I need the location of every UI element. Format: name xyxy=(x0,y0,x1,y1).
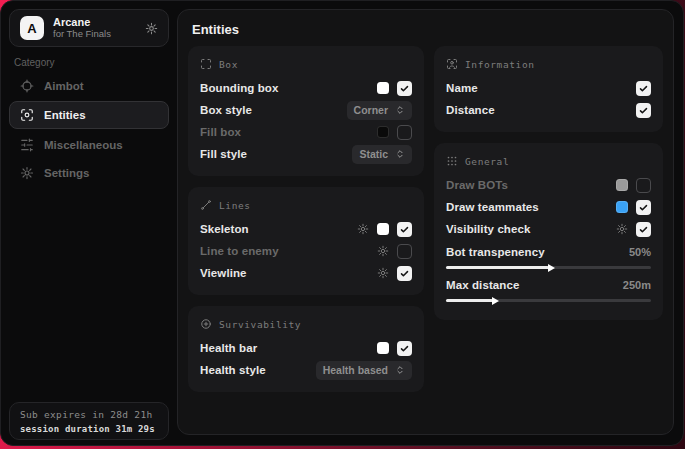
gear-icon xyxy=(20,166,34,180)
checkbox[interactable] xyxy=(397,244,412,259)
sidebar-item-label: Aimbot xyxy=(44,80,84,92)
slider-track[interactable] xyxy=(446,299,651,302)
dots-grid-icon xyxy=(446,155,458,167)
card-title: Survivability xyxy=(219,319,301,330)
checkbox[interactable] xyxy=(636,222,651,237)
row-label: Distance xyxy=(446,104,636,116)
gear-icon[interactable] xyxy=(377,267,389,279)
right-column: InformationNameDistanceGeneralDraw BOTsD… xyxy=(434,46,663,392)
color-swatch[interactable] xyxy=(616,201,628,213)
checkbox[interactable] xyxy=(397,222,412,237)
card-survivability: SurvivabilityHealth barHealth styleHealt… xyxy=(188,306,424,392)
select-row: Health styleHealth based xyxy=(200,359,412,381)
checkbox[interactable] xyxy=(397,341,412,356)
row-label: Fill style xyxy=(200,148,352,160)
select-value: Corner xyxy=(354,104,388,116)
health-cross-icon xyxy=(200,318,212,330)
app-window: A Arcane for The Finals Category AimbotE… xyxy=(0,0,684,446)
card-title: Box xyxy=(219,59,238,70)
sidebar-item-aimbot[interactable]: Aimbot xyxy=(9,73,169,98)
slider-value: 250m xyxy=(623,279,651,291)
chevrons-up-down-icon xyxy=(395,149,405,159)
sidebar-item-settings[interactable]: Settings xyxy=(9,160,169,185)
slider-fill xyxy=(446,266,549,269)
app-subtitle: for The Finals xyxy=(53,29,111,40)
chevrons-up-down-icon xyxy=(395,365,405,375)
row-controls xyxy=(377,244,412,259)
gear-icon[interactable] xyxy=(145,22,158,35)
row-label: Viewline xyxy=(200,267,377,279)
sidebar-nav: AimbotEntitiesMiscellaneousSettings xyxy=(9,73,169,185)
card-header: General xyxy=(446,153,651,169)
row-controls: Corner xyxy=(347,101,412,120)
checkbox[interactable] xyxy=(636,200,651,215)
gear-icon[interactable] xyxy=(377,245,389,257)
row-controls: Static xyxy=(352,145,412,164)
row-controls xyxy=(377,125,412,140)
card-title: General xyxy=(465,156,509,167)
row-label: Line to enemy xyxy=(200,245,377,257)
subscription-card: Sub expires in 28d 21h session duration … xyxy=(9,402,169,440)
card-header: Survivability xyxy=(200,316,412,332)
diagonal-line-icon xyxy=(200,199,212,211)
color-swatch[interactable] xyxy=(377,342,389,354)
slider-fill xyxy=(446,299,493,302)
gear-icon[interactable] xyxy=(616,223,628,235)
slider-thumb[interactable] xyxy=(548,264,555,272)
main-panel: Entities BoxBounding boxBox styleCornerF… xyxy=(177,9,674,435)
color-swatch[interactable] xyxy=(377,223,389,235)
toggle-row: Skeleton xyxy=(200,218,412,240)
slider-row: Max distance250m xyxy=(446,276,651,302)
row-label: Max distance xyxy=(446,279,623,291)
color-swatch[interactable] xyxy=(377,82,389,94)
row-label: Fill box xyxy=(200,126,377,138)
row-controls xyxy=(377,266,412,281)
select-value: Health based xyxy=(323,364,388,376)
select-button[interactable]: Health based xyxy=(316,361,412,380)
sidebar: A Arcane for The Finals Category AimbotE… xyxy=(1,1,177,445)
left-column: BoxBounding boxBox styleCornerFill boxFi… xyxy=(188,46,424,392)
slider-track[interactable] xyxy=(446,266,651,269)
card-title: Information xyxy=(465,59,535,70)
card-information: InformationNameDistance xyxy=(434,46,663,132)
checkbox[interactable] xyxy=(636,81,651,96)
toggle-row: Visibility check xyxy=(446,218,651,240)
session-duration-text: session duration 31m 29s xyxy=(20,422,158,436)
row-controls xyxy=(616,178,651,193)
slider-row: Bot transpenency50% xyxy=(446,243,651,269)
row-controls xyxy=(636,81,651,96)
card-title: Lines xyxy=(219,200,251,211)
color-swatch[interactable] xyxy=(377,126,389,138)
sidebar-item-miscellaneous[interactable]: Miscellaneous xyxy=(9,132,169,157)
toggle-row: Draw teammates xyxy=(446,196,651,218)
select-button[interactable]: Static xyxy=(352,145,412,164)
slider-thumb[interactable] xyxy=(492,297,499,305)
checkbox[interactable] xyxy=(397,125,412,140)
box-brackets-icon xyxy=(200,58,212,70)
card-box: BoxBounding boxBox styleCornerFill boxFi… xyxy=(188,46,424,176)
row-label: Draw BOTs xyxy=(446,179,616,191)
select-button[interactable]: Corner xyxy=(347,101,412,120)
row-label: Health style xyxy=(200,364,316,376)
row-controls: Health based xyxy=(316,361,412,380)
gear-icon[interactable] xyxy=(357,223,369,235)
card-lines: LinesSkeletonLine to enemyViewline xyxy=(188,187,424,295)
app-title: Arcane xyxy=(53,16,111,29)
category-label: Category xyxy=(14,57,55,68)
select-row: Fill styleStatic xyxy=(200,143,412,165)
checkbox[interactable] xyxy=(636,178,651,193)
toggle-row: Distance xyxy=(446,99,651,121)
checkbox[interactable] xyxy=(636,103,651,118)
color-swatch[interactable] xyxy=(616,179,628,191)
checkbox[interactable] xyxy=(397,81,412,96)
slider-value: 50% xyxy=(629,246,651,258)
row-controls xyxy=(616,222,651,237)
sidebar-item-entities[interactable]: Entities xyxy=(9,101,169,129)
sub-expiry-text: Sub expires in 28d 21h xyxy=(20,408,158,422)
entities-scan-icon xyxy=(20,108,34,122)
card-columns: BoxBounding boxBox styleCornerFill boxFi… xyxy=(178,46,673,392)
sidebar-item-label: Miscellaneous xyxy=(44,139,123,151)
row-label: Name xyxy=(446,82,636,94)
card-header: Box xyxy=(200,56,412,72)
checkbox[interactable] xyxy=(397,266,412,281)
